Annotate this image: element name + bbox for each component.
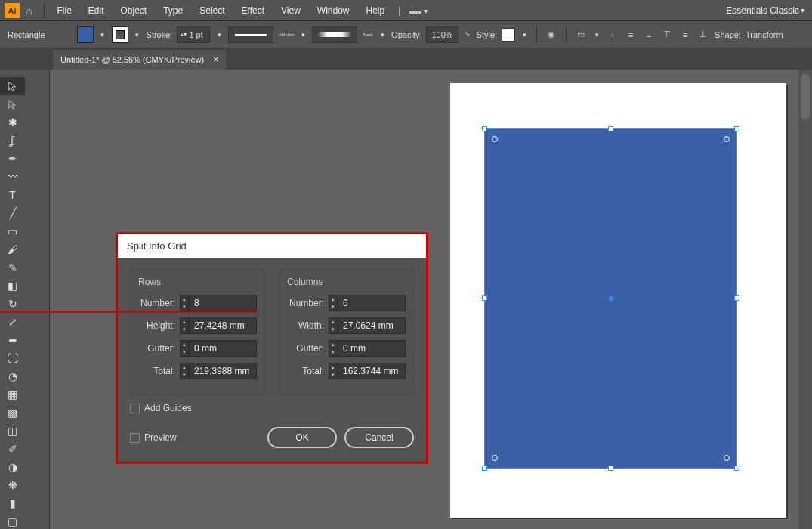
align-dropdown-icon[interactable]: ▾ (592, 26, 601, 43)
add-guides-checkbox[interactable] (130, 404, 140, 413)
resize-handle[interactable] (734, 126, 739, 131)
eyedropper-tool[interactable]: ✐ (0, 440, 25, 458)
recolor-icon[interactable]: ◉ (545, 28, 558, 42)
columns-width-input[interactable] (338, 317, 406, 334)
menu-window[interactable]: Window (310, 2, 357, 19)
rows-total-stepper[interactable]: ▴▾ (180, 363, 189, 379)
columns-total-stepper[interactable]: ▴▾ (329, 363, 338, 379)
shaper-tool[interactable]: ✎ (0, 258, 25, 277)
resize-handle[interactable] (608, 466, 613, 471)
stroke-dropdown-icon[interactable]: ▾ (133, 26, 142, 43)
menu-effect[interactable]: Effect (234, 2, 272, 19)
close-icon[interactable]: × (213, 54, 218, 65)
resize-handle[interactable] (482, 466, 487, 471)
rows-gutter-input[interactable] (189, 340, 257, 357)
eraser-tool[interactable]: ◧ (0, 277, 25, 295)
transform-label[interactable]: Transform (746, 30, 783, 39)
rotate-tool[interactable]: ↻ (0, 295, 25, 313)
scale-tool[interactable]: ⤢ (0, 313, 25, 331)
stroke-weight-dropdown-icon[interactable]: ▾ (215, 26, 224, 43)
brush-dropdown-icon[interactable]: ▾ (378, 26, 387, 43)
stroke-profile[interactable] (228, 26, 273, 43)
main-area: ✱ ʆ ✒ 〰 T ╱ ▭ 🖌 ✎ ◧ ↻ ⤢ ⬌ ⛶ ◔ ▦ ▩ ◫ ✐ ◑ … (0, 70, 812, 529)
columns-width-stepper[interactable]: ▴▾ (329, 317, 338, 334)
menu-help[interactable]: Help (359, 2, 393, 19)
direct-selection-tool[interactable] (0, 95, 25, 113)
resize-handle[interactable] (734, 295, 739, 301)
menu-view[interactable]: View (273, 2, 308, 19)
opacity-dropdown-icon[interactable]: > (463, 26, 472, 43)
menu-edit[interactable]: Edit (81, 2, 112, 19)
columns-gutter-label: Gutter: (287, 343, 329, 354)
fill-swatch[interactable] (77, 26, 94, 43)
workspace-switcher[interactable]: Essentials Classic ▾ (726, 5, 807, 16)
columns-gutter-stepper[interactable]: ▴▾ (329, 340, 338, 357)
align-vcenter-icon[interactable]: ≡ (678, 28, 692, 42)
stroke-profile-label: Uniform (278, 32, 294, 37)
vertical-scrollbar[interactable] (798, 70, 812, 529)
cancel-button[interactable]: Cancel (344, 427, 414, 448)
align-left-icon[interactable]: ⫞ (606, 28, 619, 42)
rows-height-input[interactable] (189, 317, 257, 334)
lasso-tool[interactable]: ʆ (0, 131, 25, 150)
type-tool[interactable]: T (0, 186, 25, 204)
document-tab[interactable]: Untitled-1* @ 52.56% (CMYK/Preview) × (53, 50, 226, 70)
menu-select[interactable]: Select (192, 2, 232, 19)
rows-number-input[interactable] (189, 295, 257, 311)
align-bottom-icon[interactable]: ⊥ (696, 28, 710, 42)
rows-height-stepper[interactable]: ▴▾ (180, 317, 189, 334)
columns-number-input[interactable] (338, 295, 406, 311)
menu-file[interactable]: File (49, 2, 79, 19)
rows-number-stepper[interactable]: ▴▾ (180, 295, 189, 311)
layout-switcher-icon[interactable]: ▾ (402, 2, 434, 19)
column-graph-tool[interactable]: ▮ (0, 494, 25, 512)
opacity-field[interactable]: 100% (426, 26, 458, 43)
stroke-label: Stroke: (147, 30, 173, 39)
align-top-icon[interactable]: ⊤ (660, 28, 674, 42)
resize-handle[interactable] (608, 126, 613, 131)
menu-bar: Ai ⌂ File Edit Object Type Select Effect… (0, 0, 812, 21)
curvature-tool[interactable]: 〰 (0, 168, 25, 186)
graphic-style-swatch[interactable] (502, 28, 515, 42)
symbol-sprayer-tool[interactable]: ❋ (0, 476, 25, 494)
free-transform-tool[interactable]: ⛶ (0, 349, 25, 367)
shape-builder-tool[interactable]: ◔ (0, 367, 25, 385)
columns-number-stepper[interactable]: ▴▾ (329, 295, 338, 311)
align-right-icon[interactable]: ⫠ (642, 28, 656, 42)
align-hcenter-icon[interactable]: ≡ (624, 28, 638, 42)
width-tool[interactable]: ⬌ (0, 331, 25, 349)
columns-legend: Columns (287, 277, 406, 287)
align-to-icon[interactable]: ▭ (574, 28, 588, 42)
stroke-profile-dropdown-icon[interactable]: ▾ (298, 26, 307, 43)
home-icon[interactable]: ⌂ (26, 5, 32, 17)
menu-type[interactable]: Type (156, 2, 190, 19)
dialog-title: Split Into Grid (118, 234, 426, 258)
columns-total-input[interactable] (338, 363, 406, 379)
pen-tool[interactable]: ✒ (0, 150, 25, 168)
perspective-tool[interactable]: ▦ (0, 385, 25, 404)
stroke-weight-field[interactable]: ▴▾1 pt (177, 26, 210, 43)
fill-dropdown-icon[interactable]: ▾ (98, 26, 107, 43)
ok-button[interactable]: OK (267, 427, 337, 448)
rows-gutter-stepper[interactable]: ▴▾ (180, 340, 189, 357)
brush-definition[interactable] (312, 26, 357, 43)
preview-checkbox[interactable] (130, 433, 140, 443)
columns-gutter-input[interactable] (338, 340, 406, 357)
resize-handle[interactable] (482, 126, 487, 131)
columns-total-label: Total: (287, 366, 329, 376)
rectangle-tool[interactable]: ▭ (0, 222, 25, 240)
artboard-tool[interactable]: ▢ (0, 512, 25, 529)
blend-tool[interactable]: ◑ (0, 458, 25, 476)
menu-object[interactable]: Object (113, 2, 155, 19)
selection-tool[interactable] (0, 77, 25, 95)
resize-handle[interactable] (734, 466, 739, 471)
paintbrush-tool[interactable]: 🖌 (0, 240, 25, 258)
resize-handle[interactable] (482, 295, 487, 301)
mesh-tool[interactable]: ▩ (0, 404, 25, 422)
magic-wand-tool[interactable]: ✱ (0, 113, 25, 131)
style-dropdown-icon[interactable]: ▾ (520, 26, 529, 43)
gradient-tool[interactable]: ◫ (0, 422, 25, 440)
stroke-swatch[interactable] (112, 26, 128, 43)
line-tool[interactable]: ╱ (0, 204, 25, 222)
rows-total-input[interactable] (189, 363, 257, 379)
